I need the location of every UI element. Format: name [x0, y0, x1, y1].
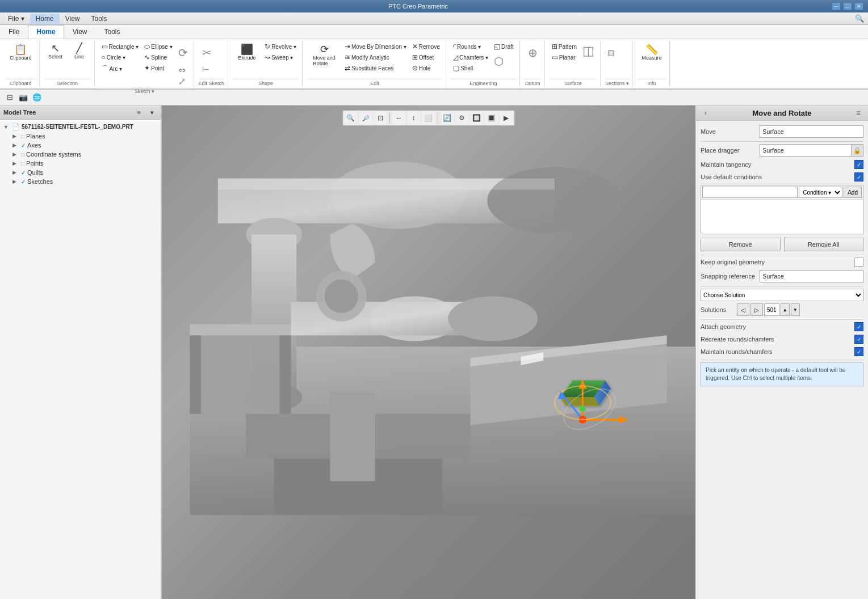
remove-btn[interactable]: Remove	[701, 238, 781, 251]
maintain-tangency-checkbox[interactable]: ✓	[854, 160, 863, 169]
remove-all-btn[interactable]: Remove All	[784, 238, 864, 251]
vp-btn-pan-h[interactable]: ↔	[392, 112, 406, 124]
ribbon-btn-sweep[interactable]: ↝ Sweep ▾	[262, 52, 299, 62]
ribbon-btn-circle[interactable]: ○ Circle ▾	[99, 52, 141, 62]
close-btn[interactable]: ✕	[854, 2, 863, 10]
tab-tools[interactable]: Tools	[95, 25, 128, 39]
sol-counter-up-btn[interactable]: ▲	[781, 303, 790, 316]
tree-root-item[interactable]: ▼ 📄 5671162-SEITENTEIL-FESTL-_DEMO.PRT	[0, 122, 161, 132]
ribbon-btn-planar[interactable]: ▭ Planar	[550, 52, 579, 62]
vp-btn-shading[interactable]: 🔲	[470, 112, 484, 124]
ribbon-btn-rounds[interactable]: ◜ Rounds ▾	[451, 41, 490, 52]
vp-btn-rotate[interactable]: 🔄	[441, 112, 454, 124]
ribbon-btn-extrude[interactable]: ⬛ Extrude	[233, 41, 261, 64]
ribbon-btn-select[interactable]: ↖ Select	[44, 41, 67, 61]
divider-1	[701, 141, 863, 142]
menu-view[interactable]: View	[60, 14, 86, 24]
tree-settings-btn[interactable]: ≡	[133, 107, 145, 117]
ribbon-btn-ellipse[interactable]: ⬭ Ellipse ▾	[142, 41, 174, 52]
tab-view[interactable]: View	[64, 25, 96, 39]
tree-item-axes[interactable]: ▶ ✓ Axes	[9, 141, 161, 150]
svg-point-21	[325, 280, 358, 313]
ribbon-group-label-sketch[interactable]: Sketch ▾	[99, 87, 190, 94]
ribbon-btn-move-by-dim[interactable]: ⇥ Move By Dimension ▾	[342, 41, 409, 52]
choose-solution-dropdown[interactable]: Choose Solution	[701, 289, 863, 301]
lock-icon[interactable]: 🔒	[851, 144, 863, 157]
tree-item-sketches[interactable]: ▶ ✓ Sketches	[9, 177, 161, 186]
ribbon-btn-measure[interactable]: 📏 Measure	[638, 41, 666, 64]
sol-next-btn[interactable]: ▷	[750, 303, 763, 316]
tree-item-planes[interactable]: ▶ □ Planes	[9, 132, 161, 141]
menu-file[interactable]: File ▾	[2, 14, 30, 24]
tree-item-quilts[interactable]: ▶ ✓ Quilts	[9, 168, 161, 177]
tree-expand-btn[interactable]: ▾	[146, 107, 157, 117]
sol-counter-down-btn[interactable]: ▼	[791, 303, 800, 316]
ribbon-btn-line[interactable]: ╱ Line	[68, 41, 91, 61]
search-icon[interactable]: 🔍	[853, 12, 866, 25]
svg-rect-8	[190, 324, 291, 414]
use-default-checkbox[interactable]: ✓	[854, 172, 863, 182]
ribbon-btn-rectangle[interactable]: ▭ Rectangle ▾	[99, 41, 141, 52]
ribbon-btn-shell[interactable]: ▢ Shell	[451, 63, 490, 73]
ribbon-btn-remove[interactable]: ✕ Remove	[410, 41, 442, 52]
maximize-btn[interactable]: □	[843, 2, 852, 10]
arc-icon: ⌒	[102, 64, 108, 74]
sub-btn-2[interactable]: 📷	[17, 91, 30, 104]
conditions-add-btn[interactable]: Add	[844, 187, 862, 198]
minimize-btn[interactable]: ─	[832, 2, 841, 10]
vp-btn-settings[interactable]: ⚙	[455, 112, 469, 124]
menu-tools[interactable]: Tools	[85, 14, 112, 24]
ribbon-group-label-editsketch: Edit Sketch	[199, 79, 225, 86]
sub-btn-1[interactable]: ⊟	[3, 91, 16, 104]
ribbon-group-label-sections[interactable]: Sections ▾	[605, 79, 629, 86]
offset-icon: ⊞	[412, 53, 418, 61]
ribbon-btn-pattern[interactable]: ⊞ Pattern	[550, 41, 579, 52]
sol-prev-btn[interactable]: ◁	[737, 303, 749, 316]
attach-geometry-checkbox[interactable]: ✓	[854, 322, 863, 331]
sub-btn-3[interactable]: 🌐	[31, 91, 43, 104]
recreate-rounds-checkbox[interactable]: ✓	[854, 335, 863, 344]
ribbon-btn-modify-analytic[interactable]: ≋ Modify Analytic	[342, 52, 409, 62]
snapping-ref-input[interactable]	[760, 270, 863, 282]
panel-menu-btn[interactable]: ≡	[853, 108, 863, 118]
keep-original-row: Keep original geometry	[701, 258, 863, 267]
tree-item-points[interactable]: ▶ □ Points	[9, 159, 161, 168]
sketches-check: ✓	[21, 179, 26, 185]
ribbon-btn-move-rotate[interactable]: ⟳ Move andRotate	[307, 41, 341, 69]
vp-btn-zoom-in[interactable]: 🔎	[359, 112, 372, 124]
ribbon-btn-arc[interactable]: ⌒ Arc ▾	[99, 63, 141, 75]
move-label: Move	[701, 128, 757, 135]
place-dragger-input-group: 🔒	[760, 144, 863, 157]
root-file-icon: 📄	[12, 123, 20, 130]
vp-btn-wireframe[interactable]: 🔳	[485, 112, 498, 124]
ribbon-btn-offset[interactable]: ⊞ Offset	[410, 52, 442, 62]
maintain-rounds-checkbox[interactable]: ✓	[854, 347, 863, 356]
ribbon-btn-hole[interactable]: ⊙ Hole	[410, 63, 442, 73]
keep-original-checkbox[interactable]	[854, 258, 863, 267]
vp-btn-fit[interactable]: ⊡	[374, 112, 387, 124]
ribbon-group-sections: ⧈ Sections ▾	[602, 40, 633, 87]
conditions-dropdown[interactable]: Condition ▾	[799, 187, 842, 198]
conditions-input[interactable]	[702, 187, 798, 198]
ribbon-btn-revolve[interactable]: ↻ Revolve ▾	[262, 41, 299, 52]
coord-label: Coordinate systems	[26, 151, 81, 158]
ribbon-btn-spline[interactable]: ∿ Spline	[142, 52, 174, 62]
move-input[interactable]	[760, 125, 863, 138]
place-dragger-input[interactable]	[760, 144, 851, 157]
ribbon-btn-draft[interactable]: ◱ Draft	[492, 41, 516, 52]
tab-file[interactable]: File	[0, 25, 28, 39]
vp-btn-zoom-out[interactable]: 🔍	[344, 112, 358, 124]
viewport[interactable]: 🔍 🔎 ⊡ ↔ ↕ ⬜ 🔄 ⚙ 🔲 🔳 ▶	[162, 106, 695, 599]
ribbon-btn-clipboard[interactable]: 📋 Clipboard	[6, 41, 36, 64]
vp-btn-frame[interactable]: ⬜	[422, 112, 435, 124]
vp-btn-pan-v[interactable]: ↕	[407, 112, 421, 124]
menu-home[interactable]: Home	[30, 14, 60, 24]
ribbon-btn-chamfers[interactable]: ◿ Chamfers ▾	[451, 52, 490, 62]
conditions-content	[701, 200, 863, 234]
tab-home[interactable]: Home	[28, 25, 64, 39]
tree-item-coordinate[interactable]: ▶ □ Coordinate systems	[9, 150, 161, 159]
ribbon-btn-substitute-faces[interactable]: ⇄ Substitute Faces	[342, 63, 409, 73]
vp-btn-play[interactable]: ▶	[500, 112, 513, 124]
panel-back-btn[interactable]: ‹	[701, 108, 711, 118]
ribbon-btn-point[interactable]: ✦ Point	[142, 63, 174, 73]
